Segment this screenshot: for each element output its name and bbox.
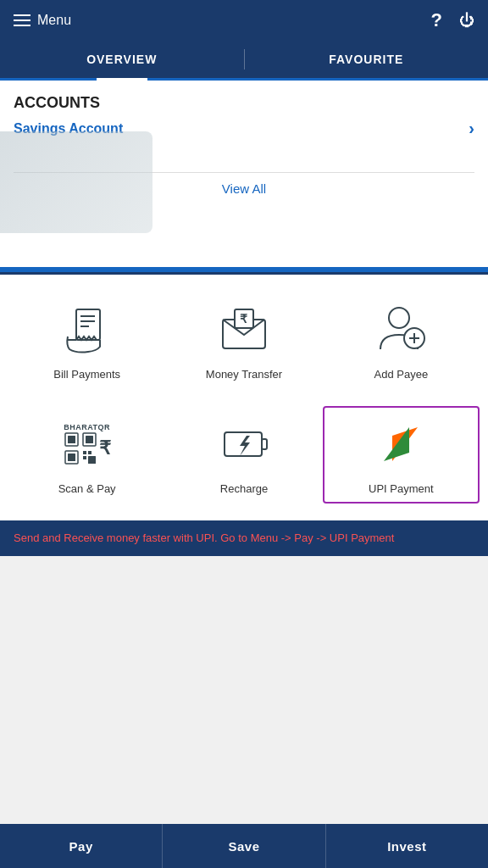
menu-button[interactable] — [14, 14, 30, 26]
money-transfer-label: Money Transfer — [206, 368, 282, 381]
svg-text:₹: ₹ — [240, 312, 247, 326]
bill-payments-label: Bill Payments — [53, 368, 120, 381]
svg-rect-21 — [88, 456, 96, 464]
account-card-bg — [0, 131, 152, 233]
tab-overview[interactable]: OVERVIEW — [0, 41, 244, 78]
svg-rect-18 — [83, 451, 86, 454]
svg-rect-20 — [83, 456, 86, 459]
upi-banner-text: Send and Receive money faster with UPI. … — [14, 531, 394, 546]
bottom-nav-invest[interactable]: Invest — [326, 824, 488, 868]
tabs: OVERVIEW FAVOURITE — [0, 41, 488, 81]
recharge-icon — [214, 415, 274, 474]
upi-banner: Send and Receive money faster with UPI. … — [0, 520, 488, 556]
svg-rect-15 — [86, 436, 93, 443]
add-payee-label: Add Payee — [374, 368, 429, 381]
service-recharge[interactable]: Recharge — [165, 406, 322, 504]
accounts-title: ACCOUNTS — [14, 94, 474, 112]
accounts-section: ACCOUNTS Savings Account › View All — [0, 81, 488, 267]
service-upi-payment[interactable]: UPI Payment — [323, 406, 480, 504]
svg-rect-19 — [88, 451, 92, 454]
svg-rect-23 — [262, 439, 267, 449]
upi-payment-label: UPI Payment — [369, 482, 434, 495]
money-transfer-icon: ₹ — [214, 300, 274, 359]
power-icon[interactable]: ⏻ — [459, 12, 474, 30]
services-section: Bill Payments ₹ Money Transfer — [0, 275, 488, 520]
svg-rect-17 — [68, 453, 75, 461]
services-grid: Bill Payments ₹ Money Transfer — [8, 292, 480, 504]
bill-payments-icon — [58, 300, 117, 359]
scan-pay-label: Scan & Pay — [58, 482, 116, 495]
service-money-transfer[interactable]: ₹ Money Transfer — [165, 292, 322, 389]
svg-marker-25 — [384, 427, 409, 461]
bottom-nav-save[interactable]: Save — [163, 824, 325, 868]
view-all-link[interactable]: View All — [222, 181, 266, 196]
svg-rect-0 — [76, 309, 100, 340]
bottom-nav-pay[interactable]: Pay — [0, 824, 163, 868]
upi-payment-icon — [371, 415, 430, 474]
header-right: ? ⏻ — [431, 9, 474, 31]
service-bill-payments[interactable]: Bill Payments — [8, 292, 165, 389]
service-scan-pay[interactable]: BHARATQR — [8, 406, 165, 504]
bottom-nav: Pay Save Invest — [0, 824, 488, 868]
add-payee-icon — [371, 300, 430, 359]
service-add-payee[interactable]: Add Payee — [323, 292, 480, 389]
svg-point-8 — [389, 308, 409, 328]
chevron-right-icon[interactable]: › — [469, 119, 474, 138]
svg-rect-13 — [68, 436, 75, 443]
header-left: Menu — [14, 13, 71, 28]
help-icon[interactable]: ? — [431, 9, 442, 31]
tab-favourite[interactable]: FAVOURITE — [245, 41, 489, 78]
recharge-label: Recharge — [220, 482, 268, 495]
scan-pay-icon: BHARATQR — [58, 415, 117, 474]
menu-label: Menu — [37, 13, 71, 28]
header: Menu ? ⏻ — [0, 0, 488, 41]
